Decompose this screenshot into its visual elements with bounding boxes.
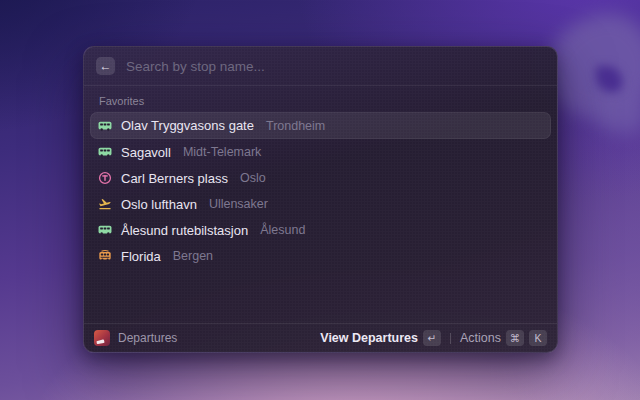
favorite-item-3[interactable]: Carl Berners plassOslo (90, 165, 551, 191)
footer-app-name: Departures (118, 331, 177, 345)
enter-key-badge: ↵ (423, 330, 441, 346)
actions-button[interactable]: Actions ⌘ K (460, 330, 547, 346)
favorite-item-5[interactable]: Ålesund rutebilstasjonÅlesund (90, 217, 551, 243)
stop-region: Bergen (173, 249, 213, 263)
launcher-window: ← Favorites Olav Tryggvasons gateTrondhe… (83, 46, 558, 353)
favorites-list: Olav Tryggvasons gateTrondheimSagavollMi… (84, 112, 557, 269)
favorite-item-6[interactable]: FloridaBergen (90, 243, 551, 269)
stop-name: Ålesund rutebilstasjon (121, 223, 248, 238)
favorite-item-4[interactable]: Oslo lufthavnUllensaker (90, 191, 551, 217)
cmd-key-badge: ⌘ (506, 330, 524, 346)
stop-region: Trondheim (266, 119, 325, 133)
bus-icon (98, 223, 112, 237)
bus-icon (98, 119, 112, 133)
departures-app-icon (94, 330, 110, 346)
favorite-item-2[interactable]: SagavollMidt-Telemark (90, 139, 551, 165)
metro-icon (98, 171, 112, 185)
stop-name: Sagavoll (121, 145, 171, 160)
footer-actions: View Departures ↵ Actions ⌘ K (320, 330, 547, 346)
stop-name: Florida (121, 249, 161, 264)
footer: Departures View Departures ↵ Actions ⌘ K (84, 323, 557, 352)
back-button[interactable]: ← (96, 57, 115, 75)
stop-region: Midt-Telemark (183, 145, 262, 159)
search-bar: ← (84, 47, 557, 85)
empty-results-area (84, 269, 557, 323)
view-departures-button[interactable]: View Departures ↵ (320, 330, 441, 346)
stop-region: Ullensaker (209, 197, 268, 211)
view-departures-label: View Departures (320, 331, 418, 345)
section-label-favorites: Favorites (84, 86, 557, 112)
tram-icon (98, 249, 112, 263)
actions-label: Actions (460, 331, 501, 345)
k-key-badge: K (529, 330, 547, 346)
stop-name: Carl Berners plass (121, 171, 228, 186)
stop-name: Oslo lufthavn (121, 197, 197, 212)
arrow-left-icon: ← (100, 60, 112, 72)
footer-app: Departures (94, 330, 320, 346)
stop-region: Oslo (240, 171, 266, 185)
stop-region: Ålesund (260, 223, 305, 237)
bus-icon (98, 145, 112, 159)
background-blob (594, 88, 640, 134)
favorite-item-1[interactable]: Olav Tryggvasons gateTrondheim (90, 112, 551, 139)
stop-name: Olav Tryggvasons gate (121, 118, 254, 133)
footer-separator (450, 333, 451, 344)
search-input[interactable] (126, 59, 545, 74)
plane-icon (98, 197, 112, 211)
